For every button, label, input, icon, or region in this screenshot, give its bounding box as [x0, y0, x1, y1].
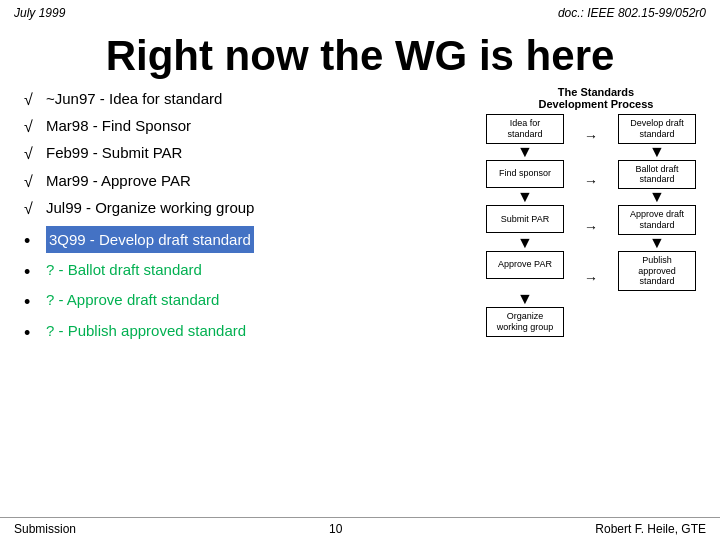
arrow-col-right: ▼ [618, 189, 696, 205]
down-arrow: ▼ [517, 189, 533, 205]
check-symbol: √ [24, 113, 40, 140]
arrow-col-left: ▼ [486, 189, 564, 205]
list-item: √ ~Jun97 - Idea for standard [24, 86, 476, 113]
flow-box-submit: Submit PAR [486, 205, 564, 233]
list-item: √ Mar99 - Approve PAR [24, 168, 476, 195]
down-arrow: ▼ [649, 189, 665, 205]
bullet-text: ? - Publish approved standard [46, 318, 246, 344]
left-section: √ ~Jun97 - Idea for standard √ Mar98 - F… [14, 86, 476, 348]
bullet-symbol: • [24, 287, 40, 318]
header-left: July 1999 [14, 6, 65, 20]
flow-box-idea: Idea for standard [486, 114, 564, 144]
down-arrow: ▼ [517, 291, 533, 307]
flow-col-right: Approve draft standard [618, 205, 696, 235]
flow-col-left: Organize working group [486, 307, 564, 337]
bullet-text: ? - Ballot draft standard [46, 257, 202, 283]
arrow-right-2: → [584, 174, 598, 188]
checklist-text: ~Jun97 - Idea for standard [46, 86, 222, 112]
header-right: doc.: IEEE 802.15-99/052r0 [558, 6, 706, 20]
checklist-text: Jul99 - Organize working group [46, 195, 254, 221]
list-item: • 3Q99 - Develop draft standard [24, 226, 476, 257]
arrow-right-3: → [584, 220, 598, 234]
page-title: Right now the WG is here [0, 22, 720, 86]
checklist: √ ~Jun97 - Idea for standard √ Mar98 - F… [24, 86, 476, 222]
flow-row-5: Organize working group [486, 307, 696, 337]
flow-box-approve-par: Approve PAR [486, 251, 564, 279]
down-arrow: ▼ [649, 235, 665, 251]
footer: Submission 10 Robert F. Heile, GTE [0, 517, 720, 540]
flow-col-right: Ballot draft standard [618, 160, 696, 190]
arrow-right-4: → [584, 271, 598, 285]
flow-box-approve-draft: Approve draft standard [618, 205, 696, 235]
flow-row-1: Idea for standard → Develop draft standa… [486, 114, 696, 144]
content-area: √ ~Jun97 - Idea for standard √ Mar98 - F… [0, 86, 720, 348]
check-symbol: √ [24, 140, 40, 167]
down-arrow: ▼ [649, 144, 665, 160]
bullet-symbol: • [24, 318, 40, 349]
flow-box-develop: Develop draft standard [618, 114, 696, 144]
flow-row-4: Approve PAR → Publish approved standard [486, 251, 696, 291]
flow-arrows-2: ▼ ▼ [486, 189, 696, 205]
check-symbol: √ [24, 168, 40, 195]
list-item: √ Mar98 - Find Sponsor [24, 113, 476, 140]
list-item: • ? - Publish approved standard [24, 318, 476, 349]
flow-col-right: Develop draft standard [618, 114, 696, 144]
flow-col-left: Approve PAR [486, 251, 564, 279]
bullet-text-highlight: 3Q99 - Develop draft standard [46, 226, 254, 254]
bullet-symbol: • [24, 226, 40, 257]
bullet-text: ? - Approve draft standard [46, 287, 219, 313]
flow-box-organize: Organize working group [486, 307, 564, 337]
arrow-col-right: ▼ [618, 235, 696, 251]
flow-box-ballot: Ballot draft standard [618, 160, 696, 190]
list-item: √ Jul99 - Organize working group [24, 195, 476, 222]
list-item: • ? - Ballot draft standard [24, 257, 476, 288]
diagram-title: The Standards Development Process [486, 86, 706, 110]
flow-arrows-1: ▼ ▼ [486, 144, 696, 160]
flow-col-right: Publish approved standard [618, 251, 696, 291]
flow-row-3: Submit PAR → Approve draft standard [486, 205, 696, 235]
flow-arrows-4: ▼ [486, 291, 696, 307]
arrow-col-left: ▼ [486, 235, 564, 251]
list-item: • ? - Approve draft standard [24, 287, 476, 318]
list-item: √ Feb99 - Submit PAR [24, 140, 476, 167]
check-symbol: √ [24, 86, 40, 113]
arrow-col-right: ▼ [618, 144, 696, 160]
flow-row-2: Find sponsor → Ballot draft standard [486, 160, 696, 190]
flow-diagram: Idea for standard → Develop draft standa… [486, 114, 696, 337]
checklist-text: Mar98 - Find Sponsor [46, 113, 191, 139]
flow-col-left: Submit PAR [486, 205, 564, 233]
flow-box-sponsor: Find sponsor [486, 160, 564, 188]
flow-arrows-3: ▼ ▼ [486, 235, 696, 251]
down-arrow: ▼ [517, 144, 533, 160]
flow-col-left: Idea for standard [486, 114, 564, 144]
checklist-text: Mar99 - Approve PAR [46, 168, 191, 194]
flow-box-publish: Publish approved standard [618, 251, 696, 291]
arrow-right-1: → [584, 129, 598, 143]
bullet-list: • 3Q99 - Develop draft standard • ? - Ba… [24, 226, 476, 348]
footer-left: Submission [14, 522, 76, 536]
header: July 1999 doc.: IEEE 802.15-99/052r0 [0, 0, 720, 22]
bullet-symbol: • [24, 257, 40, 288]
arrow-col-left: ▼ [486, 291, 564, 307]
footer-right: Robert F. Heile, GTE [595, 522, 706, 536]
checklist-text: Feb99 - Submit PAR [46, 140, 182, 166]
footer-center: 10 [329, 522, 342, 536]
down-arrow: ▼ [517, 235, 533, 251]
arrow-col-left: ▼ [486, 144, 564, 160]
check-symbol: √ [24, 195, 40, 222]
flow-col-left: Find sponsor [486, 160, 564, 188]
right-section: The Standards Development Process Idea f… [486, 86, 706, 348]
